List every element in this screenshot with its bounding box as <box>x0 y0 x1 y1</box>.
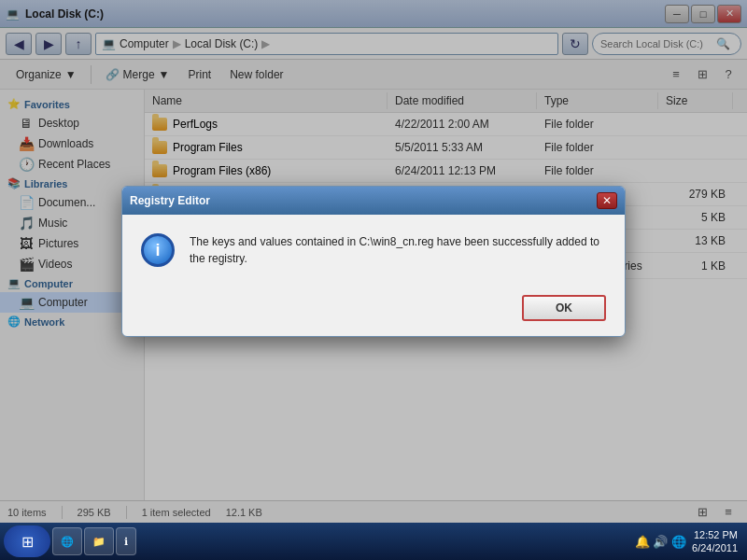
taskbar-icons: 🔔 🔊 🌐 <box>635 535 686 549</box>
start-icon: ⊞ <box>21 533 34 551</box>
ok-button[interactable]: OK <box>522 295 606 321</box>
dialog-titlebar: Registry Editor ✕ <box>122 187 625 215</box>
dialog-footer: OK <box>122 286 625 336</box>
ie-icon: 🌐 <box>61 536 74 548</box>
taskbar-item-info[interactable]: ℹ <box>116 527 136 555</box>
dialog-body: i The keys and values contained in C:\wi… <box>122 215 625 286</box>
dialog-title: Registry Editor <box>130 194 597 207</box>
clock-date: 6/24/2011 <box>692 541 738 554</box>
dialog-close-button[interactable]: ✕ <box>597 192 617 209</box>
start-button[interactable]: ⊞ <box>4 525 50 557</box>
taskbar: ⊞ 🌐 📁 ℹ 🔔 🔊 🌐 12:52 PM 6/24/2011 <box>0 523 747 560</box>
modal-overlay: Registry Editor ✕ i The keys and values … <box>0 0 747 523</box>
taskbar-item-ie[interactable]: 🌐 <box>52 527 82 555</box>
info-taskbar-icon: ℹ <box>124 536 128 548</box>
explorer-icon: 📁 <box>92 536 106 548</box>
registry-editor-dialog: Registry Editor ✕ i The keys and values … <box>121 186 626 337</box>
dialog-message: The keys and values contained in C:\win8… <box>190 233 606 267</box>
clock-time: 12:52 PM <box>692 528 738 541</box>
clock: 12:52 PM 6/24/2011 <box>692 528 738 555</box>
taskbar-right: 🔔 🔊 🌐 12:52 PM 6/24/2011 <box>635 528 743 555</box>
taskbar-item-explorer[interactable]: 📁 <box>84 527 114 555</box>
info-icon: i <box>141 233 175 267</box>
